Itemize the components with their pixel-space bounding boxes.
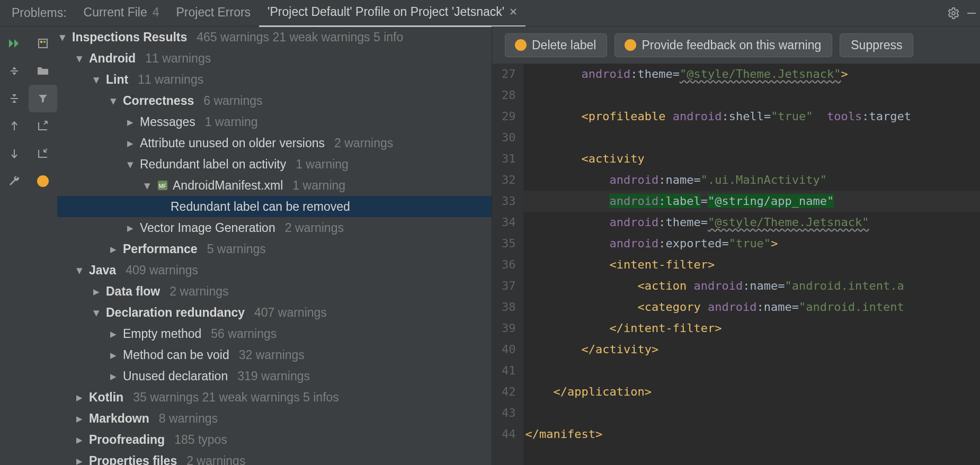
tree-props[interactable]: ▸ Properties files 2 warnings bbox=[57, 450, 492, 465]
chevron-right-icon: ▸ bbox=[125, 221, 136, 235]
code-editor[interactable]: 27 28 29 30 31 32 33 34 35 36 37 38 39 4… bbox=[492, 64, 980, 465]
tree-manifest[interactable]: ▾ MF AndroidManifest.xml 1 warning bbox=[57, 175, 492, 196]
inspections-tree: ▾ Inspections Results 465 warnings 21 we… bbox=[57, 26, 492, 465]
chevron-down-icon: ▾ bbox=[74, 51, 85, 66]
feedback-button[interactable]: Provide feedback on this warning bbox=[614, 33, 832, 57]
tree-root[interactable]: ▾ Inspections Results 465 warnings 21 we… bbox=[57, 26, 492, 48]
chevron-right-icon: ▸ bbox=[108, 242, 119, 256]
svg-rect-5 bbox=[11, 70, 18, 71]
suppress-button[interactable]: Suppress bbox=[840, 33, 913, 57]
tree-unused[interactable]: ▸ Unused declaration 319 warnings bbox=[57, 365, 492, 387]
left-toolbar bbox=[0, 26, 57, 465]
tab-current-file[interactable]: Current File 4 bbox=[75, 0, 168, 26]
tab-project-errors[interactable]: Project Errors bbox=[168, 0, 260, 26]
svg-rect-3 bbox=[40, 41, 42, 43]
chevron-down-icon: ▾ bbox=[108, 94, 119, 108]
chevron-right-icon: ▸ bbox=[74, 433, 85, 447]
gutter: 27 28 29 30 31 32 33 34 35 36 37 38 39 4… bbox=[492, 64, 523, 465]
delete-label-button[interactable]: Delete label bbox=[505, 33, 607, 57]
svg-rect-1 bbox=[967, 13, 976, 14]
filter-icon[interactable] bbox=[29, 85, 57, 112]
tree-vector[interactable]: ▸ Vector Image Generation 2 warnings bbox=[57, 217, 492, 238]
chevron-down-icon: ▾ bbox=[74, 263, 85, 278]
prev-icon[interactable] bbox=[0, 112, 29, 140]
chevron-down-icon: ▾ bbox=[142, 178, 153, 193]
chevron-right-icon: ▸ bbox=[108, 327, 119, 341]
tree-attr-unused[interactable]: ▸ Attribute unused on older versions 2 w… bbox=[57, 132, 492, 154]
tree-performance[interactable]: ▸ Performance 5 warnings bbox=[57, 238, 492, 260]
chevron-right-icon: ▸ bbox=[74, 412, 85, 426]
tree-android[interactable]: ▾ Android 11 warnings bbox=[57, 48, 492, 69]
gear-icon[interactable] bbox=[947, 7, 960, 20]
svg-rect-6 bbox=[11, 98, 18, 99]
folder-icon[interactable] bbox=[29, 57, 57, 85]
chevron-right-icon: ▸ bbox=[74, 390, 85, 405]
tree-dataflow[interactable]: ▸ Data flow 2 warnings bbox=[57, 281, 492, 302]
minimize-icon[interactable] bbox=[966, 8, 977, 19]
bulb-icon[interactable] bbox=[29, 167, 57, 195]
chevron-down-icon: ▾ bbox=[125, 157, 136, 172]
next-icon[interactable] bbox=[0, 140, 29, 167]
svg-text:MF: MF bbox=[159, 183, 166, 189]
tree-void[interactable]: ▸ Method can be void 32 warnings bbox=[57, 344, 492, 365]
tree-java[interactable]: ▾ Java 409 warnings bbox=[57, 260, 492, 281]
tab-profile[interactable]: 'Project Default' Profile on Project 'Je… bbox=[259, 0, 525, 27]
chevron-down-icon: ▾ bbox=[91, 306, 102, 320]
chevron-down-icon: ▾ bbox=[91, 73, 102, 87]
bulb-icon bbox=[516, 40, 525, 50]
problems-tabbar: Problems: Current File 4 Project Errors … bbox=[0, 0, 980, 26]
tree-kotlin[interactable]: ▸ Kotlin 35 warnings 21 weak warnings 5 … bbox=[57, 387, 492, 408]
tree-correctness[interactable]: ▾ Correctness 6 warnings bbox=[57, 90, 492, 111]
xml-file-icon: MF bbox=[157, 180, 168, 191]
problems-label: Problems: bbox=[3, 6, 75, 20]
export-out-icon[interactable] bbox=[29, 140, 57, 167]
preview-pane: Delete label Provide feedback on this wa… bbox=[492, 26, 980, 465]
svg-rect-4 bbox=[43, 41, 46, 43]
wrench-icon[interactable] bbox=[0, 167, 29, 195]
tree-warning-item[interactable]: Redundant label can be removed bbox=[57, 196, 492, 217]
chevron-down-icon: ▾ bbox=[57, 30, 68, 44]
chevron-right-icon: ▸ bbox=[125, 136, 136, 150]
chevron-right-icon: ▸ bbox=[125, 115, 136, 129]
tree-redundant-label[interactable]: ▾ Redundant label on activity 1 warning bbox=[57, 154, 492, 175]
tree-messages[interactable]: ▸ Messages 1 warning bbox=[57, 111, 492, 132]
chevron-right-icon: ▸ bbox=[108, 369, 119, 383]
chevron-right-icon: ▸ bbox=[108, 348, 119, 362]
svg-point-0 bbox=[952, 12, 955, 15]
collapse-all-icon[interactable] bbox=[0, 85, 29, 112]
tree-markdown[interactable]: ▸ Markdown 8 warnings bbox=[57, 408, 492, 429]
close-icon[interactable] bbox=[510, 8, 517, 15]
chevron-right-icon: ▸ bbox=[91, 284, 102, 299]
code-area[interactable]: android:theme="@style/Theme.Jetsnack"> <… bbox=[523, 64, 981, 465]
action-bar: Delete label Provide feedback on this wa… bbox=[492, 26, 980, 64]
svg-rect-2 bbox=[39, 39, 47, 48]
tree-empty[interactable]: ▸ Empty method 56 warnings bbox=[57, 323, 492, 344]
tree-proof[interactable]: ▸ Proofreading 185 typos bbox=[57, 429, 492, 450]
expand-all-icon[interactable] bbox=[0, 57, 29, 85]
tree-lint[interactable]: ▾ Lint 11 warnings bbox=[57, 69, 492, 90]
bulb-icon bbox=[626, 40, 635, 50]
group-icon[interactable] bbox=[29, 30, 57, 57]
rerun-icon[interactable] bbox=[0, 30, 29, 57]
export-in-icon[interactable] bbox=[29, 112, 57, 140]
chevron-right-icon: ▸ bbox=[74, 454, 85, 466]
tree-decl-red[interactable]: ▾ Declaration redundancy 407 warnings bbox=[57, 302, 492, 323]
